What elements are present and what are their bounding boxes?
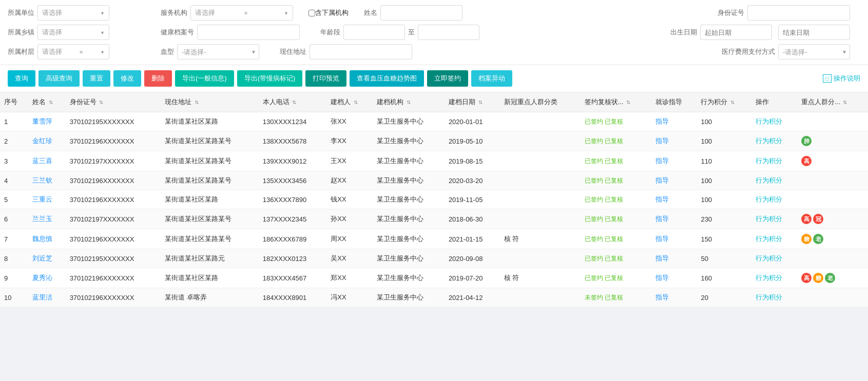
filter-town-select[interactable]: 请选择 <box>37 25 109 40</box>
cell-score: 100 <box>697 171 751 190</box>
col-id-card[interactable]: 身份证号 ⇅ <box>66 92 161 112</box>
cell-sign-status: 已签约 已复核 <box>581 112 651 131</box>
cell-operation[interactable]: 行为积分 <box>751 229 797 249</box>
cell-key-group: 肺 <box>797 131 868 151</box>
cell-covid <box>500 112 581 131</box>
filter-village-select[interactable]: 请选择 × <box>37 44 109 59</box>
cell-name[interactable]: 兰兰玉 <box>28 209 66 229</box>
filter-village-label: 所属村层 <box>8 47 34 56</box>
cell-archiver: 冯XX <box>326 288 373 307</box>
cell-visit[interactable]: 指导 <box>651 249 697 268</box>
cell-visit[interactable]: 指导 <box>651 112 697 131</box>
blood-type-wrapper: -请选择- A型 B型 AB型 O型 ▼ <box>177 44 259 59</box>
cell-operation[interactable]: 行为积分 <box>751 171 797 190</box>
export-general-button[interactable]: 导出(一般信息) <box>175 70 234 87</box>
cell-visit[interactable]: 指导 <box>651 229 697 249</box>
filter-name: 姓名 <box>364 5 462 21</box>
name-input[interactable] <box>380 5 462 21</box>
advanced-query-button[interactable]: 高级查询 <box>38 70 80 87</box>
col-name[interactable]: 姓名 ⇅ <box>28 92 66 112</box>
cell-name[interactable]: 金红珍 <box>28 131 66 151</box>
address-input[interactable] <box>310 44 412 59</box>
age-start-input[interactable] <box>343 25 405 40</box>
cell-visit[interactable]: 指导 <box>651 131 697 151</box>
id-card-input[interactable] <box>747 5 850 21</box>
col-key-group[interactable]: 重点人群分... ⇅ <box>797 92 868 112</box>
table-row: 7魏息慎370102196XXXXXXX某街道某社区某路某号186XXXX678… <box>0 229 868 249</box>
view-bp-chart-button[interactable]: 查看血压血糖趋势图 <box>350 70 424 87</box>
reset-button[interactable]: 重置 <box>83 70 110 87</box>
cell-key-group: 高冠 <box>797 209 868 229</box>
cell-name[interactable]: 三兰钦 <box>28 171 66 190</box>
cell-key-group: 高 <box>797 151 868 171</box>
blood-type-select[interactable]: -请选择- A型 B型 AB型 O型 <box>177 44 259 59</box>
payment-select[interactable]: -请选择- <box>778 44 850 59</box>
cell-operation[interactable]: 行为积分 <box>751 288 797 307</box>
query-button[interactable]: 查询 <box>8 70 35 87</box>
col-sign-status[interactable]: 签约复核状... ⇅ <box>581 92 651 112</box>
cell-org: 某卫生服务中心 <box>373 249 445 268</box>
birthdate-start-input[interactable] <box>700 25 772 40</box>
cell-visit[interactable]: 指导 <box>651 190 697 209</box>
hint-icon: □ <box>823 74 832 83</box>
print-preview-button[interactable]: 打印预览 <box>305 70 346 87</box>
badge-group: 糖老 <box>801 234 864 244</box>
cell-phone: 186XXXX6789 <box>259 229 326 249</box>
filter-unit-select[interactable]: 请选择 <box>37 5 109 21</box>
sign-now-button[interactable]: 立即签约 <box>427 70 468 87</box>
cell-date: 2019-08-15 <box>445 151 500 171</box>
cell-operation[interactable]: 行为积分 <box>751 190 797 209</box>
table-row: 3蓝三喜370102197XXXXXXX某街道某社区某路某号139XXXX901… <box>0 151 868 171</box>
archive-abnormal-button[interactable]: 档案异动 <box>471 70 512 87</box>
include-sub-label: 含下属机构 <box>315 8 349 17</box>
cell-visit[interactable]: 指导 <box>651 209 697 229</box>
cell-operation[interactable]: 行为积分 <box>751 249 797 268</box>
filter-payment-label: 医疗费用支付方式 <box>722 47 775 56</box>
operation-hint[interactable]: □ 操作说明 <box>823 74 860 83</box>
filter-service-org-select[interactable]: 请选择 × <box>190 5 293 21</box>
cell-operation[interactable]: 行为积分 <box>751 151 797 171</box>
cell-visit[interactable]: 指导 <box>651 288 697 307</box>
col-archive-date[interactable]: 建档日期 ⇅ <box>445 92 500 112</box>
cell-visit[interactable]: 指导 <box>651 268 697 288</box>
col-phone[interactable]: 本人电话 ⇅ <box>259 92 326 112</box>
birthdate-end-input[interactable] <box>778 25 850 40</box>
col-org[interactable]: 建档机构 ⇅ <box>373 92 445 112</box>
age-end-input[interactable] <box>418 25 479 40</box>
cell-operation[interactable]: 行为积分 <box>751 112 797 131</box>
edit-button[interactable]: 修改 <box>113 70 141 87</box>
cell-visit[interactable]: 指导 <box>651 171 697 190</box>
cell-operation[interactable]: 行为积分 <box>751 209 797 229</box>
cell-name[interactable]: 刘近芝 <box>28 249 66 268</box>
cell-operation[interactable]: 行为积分 <box>751 268 797 288</box>
cell-name[interactable]: 魏息慎 <box>28 229 66 249</box>
cell-idcard: 370102195XXXXXXX <box>66 249 161 268</box>
cell-address: 某街道某社区某路某号 <box>161 131 259 151</box>
delete-button[interactable]: 删除 <box>144 70 172 87</box>
cell-score: 100 <box>697 131 751 151</box>
cell-phone: 136XXXX7890 <box>259 190 326 209</box>
cell-name[interactable]: 夏秀沁 <box>28 268 66 288</box>
cell-org: 某卫生服务中心 <box>373 209 445 229</box>
cell-name[interactable]: 蓝三喜 <box>28 151 66 171</box>
filter-birthdate-label: 出生日期 <box>670 28 697 37</box>
cell-name[interactable]: 蓝里洁 <box>28 288 66 307</box>
cell-name[interactable]: 董雪萍 <box>28 112 66 131</box>
cell-archiver: 李XX <box>326 131 373 151</box>
include-sub-checkbox[interactable] <box>308 10 315 16</box>
export-chronic-button[interactable]: 导出(带慢病标记) <box>237 70 303 87</box>
filter-blood-type: 血型 -请选择- A型 B型 AB型 O型 ▼ <box>161 44 259 59</box>
filter-blood-label: 血型 <box>161 47 174 56</box>
cell-sign-status: 已签约 已复核 <box>581 171 651 190</box>
payment-wrapper: -请选择- ▼ <box>778 44 850 59</box>
cell-operation[interactable]: 行为积分 <box>751 131 797 151</box>
cell-visit[interactable]: 指导 <box>651 151 697 171</box>
col-address[interactable]: 现住地址 ⇅ <box>161 92 259 112</box>
col-archiver[interactable]: 建档人 ⇅ <box>326 92 373 112</box>
archive-no-input[interactable] <box>197 25 300 40</box>
village-clear-icon[interactable]: × <box>79 48 83 56</box>
clear-icon[interactable]: × <box>244 9 248 17</box>
address-sort-icon: ⇅ <box>195 99 199 105</box>
col-behavior-score[interactable]: 行为积分 ⇅ <box>697 92 751 112</box>
cell-name[interactable]: 三重云 <box>28 190 66 209</box>
